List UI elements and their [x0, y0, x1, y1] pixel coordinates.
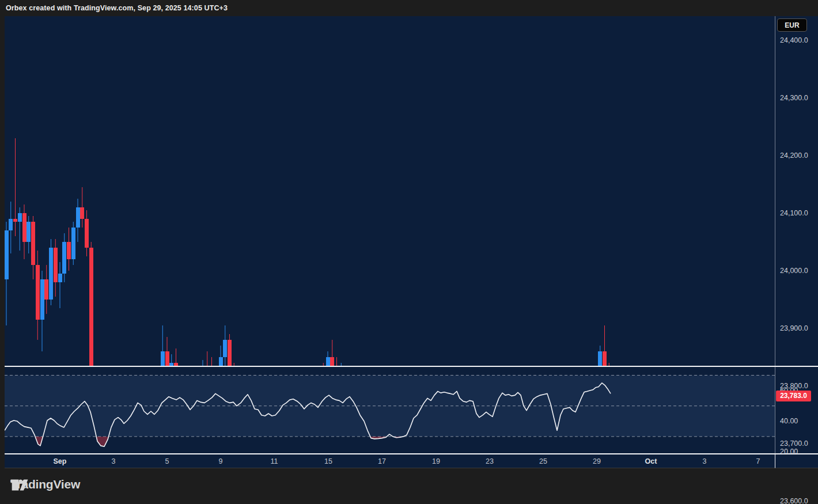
rsi-tick-label: 40.00: [780, 416, 798, 426]
candle[interactable]: [44, 279, 48, 300]
price-tick-label: 24,100.0: [780, 209, 808, 218]
candle[interactable]: [36, 265, 40, 320]
candle[interactable]: [40, 279, 44, 320]
candle[interactable]: [219, 357, 223, 366]
candle[interactable]: [49, 248, 53, 300]
time-tick-label-7: 7: [756, 454, 760, 468]
candle[interactable]: [85, 219, 89, 248]
time-tick-label-15: 15: [324, 454, 332, 468]
tradingview-logo-icon: [10, 478, 28, 492]
candle[interactable]: [22, 213, 26, 242]
pane-separator[interactable]: [5, 366, 818, 367]
candle[interactable]: [223, 340, 227, 357]
candle[interactable]: [165, 351, 169, 366]
time-tick-label-3: 3: [112, 454, 116, 468]
candle[interactable]: [67, 242, 71, 259]
scale-corner-box: [775, 454, 818, 468]
candle[interactable]: [62, 242, 66, 274]
candle[interactable]: [54, 248, 58, 282]
last-price-badge: 23,783.0: [776, 391, 811, 401]
main-price-pane[interactable]: [5, 16, 775, 366]
candle[interactable]: [13, 219, 17, 222]
candle[interactable]: [161, 351, 165, 366]
candle[interactable]: [18, 213, 22, 222]
candle[interactable]: [598, 351, 602, 366]
time-tick-label-19: 19: [432, 454, 440, 468]
price-tick-label: 24,000.0: [780, 266, 808, 276]
candle[interactable]: [58, 274, 62, 282]
candle[interactable]: [326, 357, 330, 366]
pane-separator[interactable]: [5, 453, 818, 454]
time-tick-label-oct: Oct: [645, 454, 657, 468]
price-tick-label: 24,200.0: [780, 151, 808, 161]
candle[interactable]: [603, 351, 607, 366]
candle[interactable]: [26, 222, 31, 242]
tradingview-attribution[interactable]: TradingView: [10, 478, 80, 491]
price-tick-label: 24,400.0: [780, 36, 808, 46]
candle[interactable]: [71, 228, 75, 259]
candle[interactable]: [76, 207, 80, 228]
candle[interactable]: [228, 340, 232, 366]
time-tick-label-11: 11: [271, 454, 278, 468]
time-scale[interactable]: Sep35911151719232529Oct37: [5, 454, 775, 468]
candle[interactable]: [80, 207, 84, 219]
price-scale[interactable]: EUR 24,400.024,300.024,200.024,100.024,0…: [775, 16, 818, 468]
attribution-text: Orbex created with TradingView.com, Sep …: [0, 4, 228, 12]
time-tick-label-17: 17: [378, 454, 386, 468]
time-tick-label-9: 9: [219, 454, 223, 468]
candle[interactable]: [89, 248, 93, 366]
candle[interactable]: [5, 230, 9, 279]
attribution-bar: Orbex created with TradingView.com, Sep …: [0, 0, 818, 16]
price-tick-label: 23,600.0: [780, 497, 808, 504]
chart-window: Orbex created with TradingView.com, Sep …: [0, 0, 818, 504]
rsi-indicator-pane[interactable]: [5, 367, 775, 454]
time-tick-label-sep: Sep: [54, 454, 67, 468]
price-tick-label: 24,300.0: [780, 93, 808, 103]
candle[interactable]: [9, 219, 13, 230]
candlestick-canvas[interactable]: [5, 16, 775, 366]
time-tick-label-29: 29: [593, 454, 601, 468]
time-tick-label-25: 25: [539, 454, 547, 468]
currency-badge[interactable]: EUR: [777, 18, 807, 32]
rsi-canvas[interactable]: [5, 367, 775, 454]
time-tick-label-5: 5: [165, 454, 169, 468]
time-tick-label-23: 23: [486, 454, 494, 468]
candle[interactable]: [31, 222, 35, 265]
time-tick-label-3: 3: [703, 454, 707, 468]
candle[interactable]: [330, 357, 334, 366]
price-tick-label: 23,900.0: [780, 324, 808, 334]
